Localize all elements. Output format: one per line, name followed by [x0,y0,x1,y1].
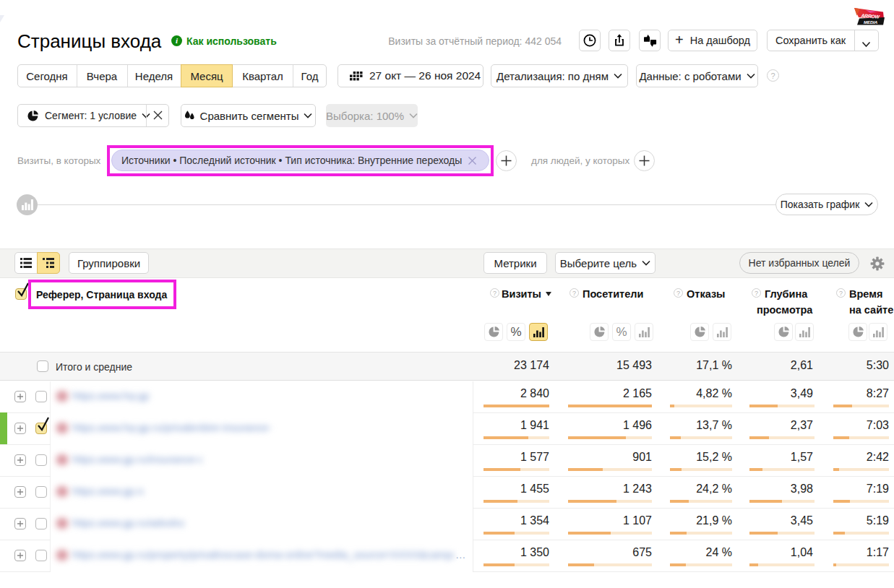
svg-text:MEDIA: MEDIA [864,20,878,25]
